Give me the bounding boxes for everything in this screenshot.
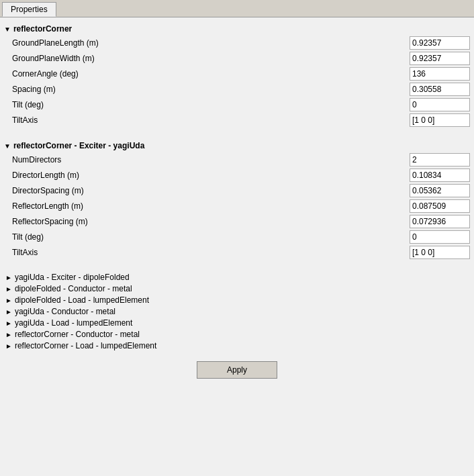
section-exciter-label: reflectorCorner - Exciter - yagiUda: [13, 141, 144, 150]
collapsed-section-yagiUdaConductor[interactable]: ►yagiUda - Conductor - metal: [4, 307, 470, 316]
property-row-numDirectors: NumDirectors: [4, 153, 470, 166]
label-tiltAxis: TiltAxis: [12, 115, 120, 125]
collapsed-section-yagiUdaLoad[interactable]: ►yagiUda - Load - lumpedElement: [4, 318, 470, 328]
label-directorSpacing: DirectorSpacing (m): [12, 186, 120, 195]
property-row-reflectorSpacing: ReflectorSpacing (m): [4, 215, 470, 228]
collapsed-section-yagiUdaExciter[interactable]: ►yagiUda - Exciter - dipoleFolded: [4, 273, 470, 282]
property-row-directorLength: DirectorLength (m): [4, 169, 470, 182]
input-reflectorSpacing[interactable]: [410, 215, 470, 228]
collapsed-section-reflectorCornerLoad[interactable]: ►reflectorCorner - Load - lumpedElement: [4, 341, 470, 350]
collapsed-label-dipoleFoldedConductor: dipoleFolded - Conductor - metal: [15, 284, 132, 293]
label-tilt: Tilt (deg): [12, 100, 120, 109]
property-row-reflectorLength: ReflectorLength (m): [4, 199, 470, 213]
label-numDirectors: NumDirectors: [12, 155, 120, 164]
apply-btn-container: Apply: [4, 361, 470, 379]
input-groundPlaneWidth[interactable]: [410, 52, 470, 65]
property-row-groundPlaneLength: GroundPlaneLength (m): [4, 36, 470, 50]
arrow-icon-dipoleFoldedConductor: ►: [5, 285, 12, 293]
label-cornerAngle: CornerAngle (deg): [12, 69, 120, 79]
input-tilt[interactable]: [410, 98, 470, 111]
label-tiltAxis2: TiltAxis: [12, 248, 120, 257]
input-cornerAngle[interactable]: [410, 67, 470, 81]
tab-properties[interactable]: Properties: [2, 2, 56, 17]
input-groundPlaneLength[interactable]: [410, 36, 470, 50]
arrow-icon-exciter: ▼: [4, 142, 11, 150]
arrow-icon-reflector-corner: ▼: [4, 26, 11, 33]
property-row-tilt: Tilt (deg): [4, 98, 470, 111]
input-numDirectors[interactable]: [410, 153, 470, 166]
input-tilt2[interactable]: [410, 230, 470, 244]
arrow-icon-yagiUdaExciter: ►: [5, 274, 12, 281]
input-tiltAxis2[interactable]: [410, 246, 470, 259]
tab-bar: Properties: [0, 0, 474, 17]
property-row-tiltAxis2: TiltAxis: [4, 246, 470, 259]
arrow-icon-reflectorCornerConductor: ►: [5, 331, 12, 338]
property-row-spacing: Spacing (m): [4, 83, 470, 96]
input-spacing[interactable]: [410, 83, 470, 96]
input-reflectorLength[interactable]: [410, 199, 470, 213]
section-reflector-corner-label: reflectorCorner: [13, 24, 72, 34]
label-groundPlaneWidth: GroundPlaneWidth (m): [12, 54, 120, 63]
main-content: ▼ reflectorCorner GroundPlaneLength (m) …: [0, 17, 474, 475]
collapsed-section-reflectorCornerConductor[interactable]: ►reflectorCorner - Conductor - metal: [4, 330, 470, 339]
property-row-tilt2: Tilt (deg): [4, 230, 470, 244]
collapsed-label-yagiUdaConductor: yagiUda - Conductor - metal: [15, 307, 115, 316]
collapsed-label-yagiUdaLoad: yagiUda - Load - lumpedElement: [15, 318, 132, 328]
collapsed-section-dipoleFoldedLoad[interactable]: ►dipoleFolded - Load - lumpedElement: [4, 295, 470, 305]
exciter-fields: NumDirectors DirectorLength (m) Director…: [4, 153, 470, 259]
input-directorLength[interactable]: [410, 169, 470, 182]
arrow-icon-yagiUdaLoad: ►: [5, 320, 12, 327]
collapsed-label-reflectorCornerConductor: reflectorCorner - Conductor - metal: [15, 330, 140, 339]
apply-button[interactable]: Apply: [197, 361, 277, 379]
arrow-icon-yagiUdaConductor: ►: [5, 308, 12, 316]
label-tilt2: Tilt (deg): [12, 232, 120, 242]
label-reflectorSpacing: ReflectorSpacing (m): [12, 217, 120, 226]
collapsed-label-dipoleFoldedLoad: dipoleFolded - Load - lumpedElement: [15, 295, 149, 305]
input-directorSpacing[interactable]: [410, 184, 470, 197]
section-reflector-corner-exciter[interactable]: ▼ reflectorCorner - Exciter - yagiUda: [4, 141, 470, 150]
label-groundPlaneLength: GroundPlaneLength (m): [12, 38, 120, 48]
arrow-icon-dipoleFoldedLoad: ►: [5, 297, 12, 304]
input-tiltAxis[interactable]: [410, 113, 470, 127]
reflector-corner-fields: GroundPlaneLength (m) GroundPlaneWidth (…: [4, 36, 470, 127]
collapsed-label-yagiUdaExciter: yagiUda - Exciter - dipoleFolded: [15, 273, 130, 282]
label-spacing: Spacing (m): [12, 85, 120, 94]
collapsed-label-reflectorCornerLoad: reflectorCorner - Load - lumpedElement: [15, 341, 156, 350]
property-row-cornerAngle: CornerAngle (deg): [4, 67, 470, 81]
collapsed-section-dipoleFoldedConductor[interactable]: ►dipoleFolded - Conductor - metal: [4, 284, 470, 293]
label-directorLength: DirectorLength (m): [12, 171, 120, 180]
section-reflector-corner[interactable]: ▼ reflectorCorner: [4, 24, 470, 34]
property-row-tiltAxis: TiltAxis: [4, 113, 470, 127]
label-reflectorLength: ReflectorLength (m): [12, 201, 120, 211]
property-row-directorSpacing: DirectorSpacing (m): [4, 184, 470, 197]
arrow-icon-reflectorCornerLoad: ►: [5, 342, 12, 350]
property-row-groundPlaneWidth: GroundPlaneWidth (m): [4, 52, 470, 65]
collapsed-sections-container: ►yagiUda - Exciter - dipoleFolded►dipole…: [4, 273, 470, 350]
